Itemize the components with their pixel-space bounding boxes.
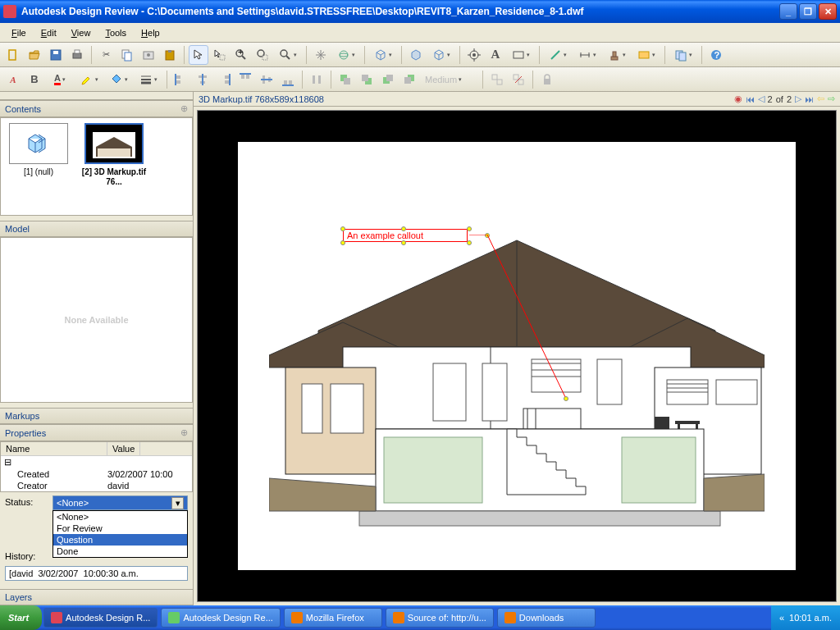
send-back-icon[interactable] bbox=[357, 70, 377, 89]
taskbar-item[interactable]: Downloads bbox=[497, 608, 596, 628]
align-bottom-icon[interactable] bbox=[278, 70, 298, 89]
start-button[interactable]: Start bbox=[0, 605, 42, 630]
menu-help[interactable]: Help bbox=[135, 25, 167, 40]
nav-next-icon[interactable]: ▷ bbox=[795, 94, 801, 104]
tray-expand-icon[interactable]: « bbox=[779, 613, 784, 623]
taskbar-item[interactable]: Mozilla Firefox bbox=[284, 608, 382, 628]
bring-forward-icon[interactable] bbox=[378, 70, 398, 89]
toolbar-markup: A B A Medium bbox=[0, 67, 840, 92]
panel-model: None Available bbox=[0, 237, 193, 403]
canvas-viewport[interactable]: An example callout bbox=[197, 110, 837, 602]
panel-contents-header[interactable]: Contents⊕ bbox=[0, 100, 193, 117]
menu-view[interactable]: View bbox=[65, 25, 98, 40]
callout-handle[interactable] bbox=[340, 240, 345, 245]
close-button[interactable]: ✕ bbox=[819, 3, 837, 20]
panel-markups-header[interactable]: Markups bbox=[0, 408, 193, 424]
minimize-button[interactable]: _ bbox=[779, 3, 797, 20]
size-combo[interactable]: Medium bbox=[421, 70, 478, 89]
bold-icon[interactable]: B bbox=[25, 70, 44, 89]
nav-back-icon[interactable]: ⇦ bbox=[817, 94, 824, 104]
callout-handle[interactable] bbox=[340, 226, 345, 231]
highlight-icon[interactable] bbox=[75, 70, 103, 89]
callout-leader-handle[interactable] bbox=[485, 233, 490, 238]
select-icon[interactable] bbox=[189, 45, 208, 65]
restore-button[interactable]: ❐ bbox=[799, 3, 817, 20]
3d-view-icon[interactable] bbox=[369, 45, 397, 65]
ungroup-icon[interactable] bbox=[509, 70, 528, 89]
status-combo[interactable]: <None>▾ <None> For Review Question Done bbox=[52, 495, 188, 510]
pan-icon[interactable] bbox=[311, 45, 331, 65]
lineweight-icon[interactable] bbox=[135, 70, 162, 89]
menu-file[interactable]: File bbox=[5, 25, 33, 40]
prop-creator-key: Creator bbox=[6, 481, 107, 491]
svg-rect-65 bbox=[362, 75, 368, 81]
callout-endpoint-handle[interactable] bbox=[564, 396, 568, 401]
props-col-name[interactable]: Name bbox=[1, 442, 107, 455]
nav-first-icon[interactable]: ⏮ bbox=[746, 94, 755, 104]
shade-icon[interactable] bbox=[406, 45, 426, 65]
copy-icon[interactable] bbox=[117, 45, 137, 65]
distribute-icon[interactable] bbox=[307, 70, 326, 89]
nav-prev-icon[interactable]: ◁ bbox=[758, 94, 765, 104]
zoom-window-icon[interactable] bbox=[253, 45, 272, 65]
menu-edit[interactable]: Edit bbox=[34, 25, 63, 40]
taskbar-item[interactable]: Autodesk Design R... bbox=[43, 608, 158, 628]
symbol-icon[interactable] bbox=[632, 45, 660, 65]
status-option-review[interactable]: For Review bbox=[53, 523, 187, 534]
dimension-icon[interactable] bbox=[573, 45, 601, 65]
print-icon[interactable] bbox=[67, 45, 87, 65]
nav-stop-icon[interactable]: ◉ bbox=[734, 94, 742, 104]
compare-icon[interactable] bbox=[669, 45, 697, 65]
status-option-question[interactable]: Question bbox=[53, 534, 187, 546]
align-left-icon[interactable] bbox=[171, 70, 191, 89]
send-backward-icon[interactable] bbox=[399, 70, 419, 89]
panel-properties-header[interactable]: Properties⊕ bbox=[0, 424, 193, 441]
thumbnail-2[interactable]: [2] 3D Markup.tif 76... bbox=[81, 123, 147, 210]
history-input[interactable] bbox=[5, 566, 188, 581]
bring-front-icon[interactable] bbox=[336, 70, 355, 89]
save-icon[interactable] bbox=[46, 45, 66, 65]
zoom-fit-icon[interactable] bbox=[274, 45, 302, 65]
font-style-icon[interactable]: A bbox=[3, 70, 23, 89]
shape-markup-icon[interactable] bbox=[507, 45, 535, 65]
menu-tools[interactable]: Tools bbox=[98, 25, 133, 40]
thumbnail-1[interactable]: [1] (null) bbox=[6, 123, 71, 210]
fill-color-icon[interactable] bbox=[105, 70, 133, 89]
callout-handle[interactable] bbox=[401, 240, 406, 245]
callout-annotation[interactable]: An example callout bbox=[343, 229, 468, 242]
orbit-icon[interactable] bbox=[332, 45, 360, 65]
new-icon[interactable] bbox=[3, 45, 23, 65]
wireframe-icon[interactable] bbox=[427, 45, 455, 65]
panel-model-header[interactable]: Model bbox=[0, 221, 193, 237]
stamp-icon[interactable] bbox=[603, 45, 631, 65]
callout-handle[interactable] bbox=[467, 226, 472, 231]
open-icon[interactable] bbox=[25, 45, 44, 65]
paste-icon[interactable] bbox=[160, 45, 180, 65]
align-right-icon[interactable] bbox=[214, 70, 234, 89]
nav-forward-icon[interactable]: ⇨ bbox=[828, 94, 835, 104]
callout-handle[interactable] bbox=[401, 226, 406, 231]
taskbar-item[interactable]: Autodesk Design Re... bbox=[161, 608, 280, 628]
snapshot-icon[interactable] bbox=[139, 45, 158, 65]
group-icon[interactable] bbox=[487, 70, 507, 89]
cut-icon[interactable]: ✂ bbox=[96, 45, 116, 65]
align-middle-icon[interactable] bbox=[257, 70, 276, 89]
panel-layers-header[interactable]: Layers bbox=[0, 589, 193, 605]
text-markup-icon[interactable]: A bbox=[486, 45, 505, 65]
font-color-icon[interactable]: A bbox=[46, 70, 74, 89]
align-top-icon[interactable] bbox=[235, 70, 255, 89]
select-multi-icon[interactable] bbox=[210, 45, 230, 65]
props-col-value[interactable]: Value bbox=[107, 442, 140, 455]
target-icon[interactable] bbox=[464, 45, 484, 65]
nav-last-icon[interactable]: ⏭ bbox=[805, 94, 814, 104]
callout-handle[interactable] bbox=[467, 240, 472, 245]
zoom-in-icon[interactable]: + bbox=[231, 45, 251, 65]
lock-icon[interactable] bbox=[537, 70, 557, 89]
line-tool-icon[interactable] bbox=[544, 45, 572, 65]
system-tray[interactable]: « 10:01 a.m. bbox=[771, 605, 840, 630]
align-center-h-icon[interactable] bbox=[193, 70, 212, 89]
help-icon[interactable]: ? bbox=[706, 45, 726, 65]
status-option-done[interactable]: Done bbox=[53, 546, 187, 557]
taskbar-item[interactable]: Source of: http://u... bbox=[386, 608, 494, 628]
status-option-none[interactable]: <None> bbox=[53, 511, 187, 523]
